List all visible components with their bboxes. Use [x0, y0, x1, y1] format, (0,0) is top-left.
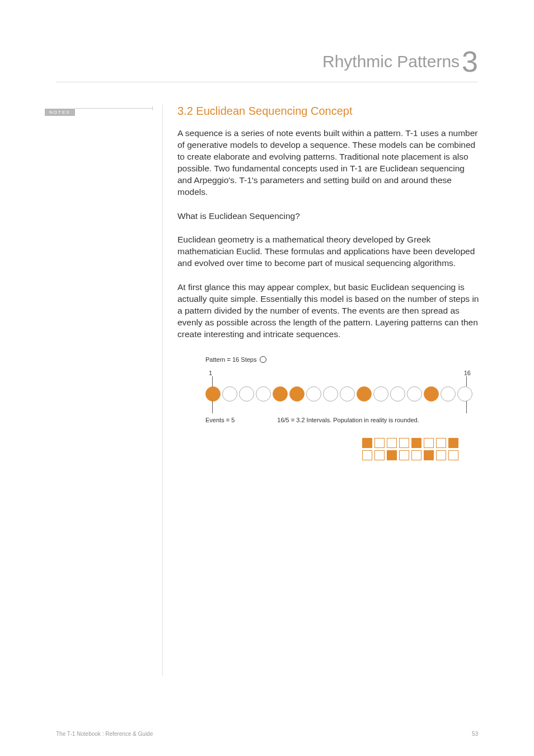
subheading-question: What is Euclidean Sequencing?: [177, 211, 480, 222]
events-label: Events = 5: [205, 417, 235, 423]
intro-paragraph: A sequence is a series of note events bu…: [177, 128, 480, 198]
euclidean-figure: Pattern = 16 Steps 1 16: [205, 356, 480, 460]
grid-top-cell-1: [362, 438, 372, 448]
grid-bottom-cell-8: [448, 450, 458, 460]
step-row-wrap: [205, 377, 480, 413]
grid-top-cell-5: [411, 438, 421, 448]
axis-start: 1: [209, 370, 212, 376]
grid-bottom-cell-3: [387, 450, 397, 460]
step-14: [424, 386, 439, 402]
small-grid: [362, 438, 480, 460]
grid-row-bottom: [362, 450, 480, 460]
axis: 1 16 Events = 5: [205, 370, 480, 423]
step-12: [390, 386, 405, 402]
grid-top-cell-8: [448, 438, 458, 448]
page-footer: The T-1 Notebook : Reference & Guide 53: [56, 731, 478, 737]
grid-bottom-cell-5: [411, 450, 421, 460]
footer-page: 53: [472, 731, 478, 737]
step-10: [357, 386, 372, 402]
grid-bottom-cell-1: [362, 450, 372, 460]
step-row: [205, 386, 472, 402]
step-15: [441, 386, 456, 402]
notes-tick: [152, 106, 153, 110]
chapter-number: 3: [462, 45, 478, 78]
step-6: [289, 386, 305, 402]
events-row: Events = 5 16/5 = 3.2 Intervals. Populat…: [205, 417, 480, 423]
step-2: [222, 386, 237, 402]
step-9: [340, 386, 355, 402]
step-13: [407, 386, 422, 402]
tick-end-top: [466, 376, 467, 386]
step-8: [323, 386, 338, 402]
grid-bottom-cell-7: [436, 450, 446, 460]
axis-numbers: 1 16: [205, 370, 472, 377]
grid-bottom-cell-2: [374, 450, 385, 460]
grid-bottom-cell-6: [424, 450, 434, 460]
grid-top-cell-3: [387, 438, 397, 448]
footer-left: The T-1 Notebook : Reference & Guide: [56, 731, 153, 737]
notes-rule: [75, 108, 152, 109]
grid-top-cell-7: [436, 438, 446, 448]
step-5: [273, 386, 288, 402]
tick-start-bot: [212, 401, 213, 413]
paragraph-2: Euclidean geometry is a mathematical the…: [177, 234, 480, 269]
grid-top-cell-4: [399, 438, 409, 448]
chapter-header: Rhythmic Patterns3: [56, 45, 478, 82]
notes-tab: NOTES: [45, 109, 75, 116]
grid-bottom-cell-4: [399, 450, 409, 460]
section-title: 3.2 Euclidean Sequencing Concept: [177, 105, 480, 118]
empty-step-icon: [260, 356, 266, 363]
grid-top-cell-6: [424, 438, 434, 448]
axis-end: 16: [464, 370, 471, 376]
interval-text: 16/5 = 3.2 Intervals. Population in real…: [277, 417, 419, 423]
tick-end-bot: [466, 401, 467, 413]
paragraph-3: At first glance this may appear complex,…: [177, 282, 480, 340]
tick-start-top: [212, 376, 213, 386]
pattern-label: Pattern = 16 Steps: [205, 356, 256, 363]
step-16: [457, 386, 472, 402]
step-7: [306, 386, 321, 402]
grid-row-top: [362, 438, 480, 448]
step-1: [205, 386, 221, 402]
chapter-title: Rhythmic Patterns: [322, 52, 460, 71]
pattern-label-row: Pattern = 16 Steps: [205, 356, 480, 363]
main-column: 3.2 Euclidean Sequencing Concept A seque…: [162, 105, 480, 676]
step-4: [256, 386, 271, 402]
events-label-row: Events = 5: [205, 417, 238, 423]
notes-margin: NOTES: [56, 105, 162, 676]
step-11: [373, 386, 388, 402]
step-3: [239, 386, 254, 402]
grid-top-cell-2: [374, 438, 385, 448]
